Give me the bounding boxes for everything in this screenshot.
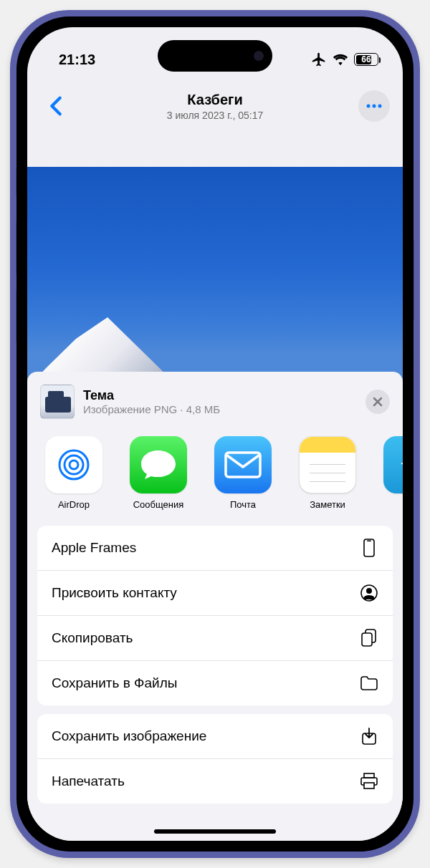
- mail-icon: [224, 451, 262, 478]
- more-button[interactable]: [358, 90, 390, 122]
- dynamic-island: [158, 40, 272, 72]
- svg-point-3: [70, 460, 78, 469]
- home-indicator[interactable]: [154, 829, 276, 834]
- action-copy[interactable]: Скопировать: [37, 616, 393, 661]
- svg-rect-12: [362, 633, 372, 646]
- svg-point-1: [373, 105, 376, 108]
- notes-icon: [300, 437, 355, 453]
- actions-group-1: Apple Frames Присвоить контакту Скопиров…: [37, 526, 393, 705]
- svg-rect-14: [364, 773, 374, 778]
- svg-rect-8: [367, 541, 371, 541]
- contact-icon: [360, 584, 378, 602]
- svg-point-0: [367, 105, 371, 108]
- action-print[interactable]: Напечатать: [37, 759, 393, 804]
- screen: 21:13 66: [27, 27, 403, 841]
- share-thumbnail: [40, 385, 75, 419]
- action-assign-contact[interactable]: Присвоить контакту: [37, 571, 393, 616]
- action-save-image[interactable]: Сохранить изображение: [37, 714, 393, 759]
- phone-icon: [360, 539, 378, 557]
- airplane-mode-icon: [311, 52, 327, 67]
- page-title: Казбеги: [167, 92, 263, 108]
- back-button[interactable]: [40, 90, 72, 122]
- battery-indicator: 66: [354, 53, 378, 66]
- svg-rect-16: [364, 783, 374, 789]
- svg-point-2: [378, 105, 382, 108]
- iphone-frame: 21:13 66: [10, 10, 420, 858]
- share-app-airdrop[interactable]: AirDrop: [42, 436, 106, 510]
- share-apps-row[interactable]: AirDrop Сообщения Почта: [27, 429, 403, 523]
- page-subtitle: 3 июля 2023 г., 05:17: [167, 110, 263, 121]
- share-app-telegram[interactable]: Те: [380, 436, 403, 510]
- telegram-icon: [396, 449, 403, 481]
- download-icon: [360, 727, 378, 746]
- navbar: Казбеги 3 июля 2023 г., 05:17: [27, 77, 403, 135]
- messages-icon: [138, 448, 178, 482]
- actions-group-2: Сохранить изображение Напечатать: [37, 714, 393, 804]
- svg-rect-7: [364, 539, 374, 556]
- share-app-messages[interactable]: Сообщения: [126, 436, 191, 510]
- status-time: 21:13: [59, 52, 95, 68]
- share-app-notes[interactable]: Заметки: [295, 436, 360, 510]
- wifi-icon: [333, 53, 348, 66]
- share-app-mail[interactable]: Почта: [211, 436, 275, 510]
- folder-icon: [360, 674, 378, 693]
- close-button[interactable]: [366, 390, 390, 414]
- print-icon: [360, 772, 378, 791]
- copy-icon: [360, 629, 378, 647]
- share-sheet: Тема Изображение PNG · 4,8 МБ: [27, 372, 403, 841]
- action-apple-frames[interactable]: Apple Frames: [37, 526, 393, 571]
- share-title: Тема: [83, 388, 357, 403]
- svg-point-10: [366, 588, 372, 594]
- share-subtitle: Изображение PNG · 4,8 МБ: [83, 403, 357, 415]
- svg-rect-6: [226, 453, 260, 477]
- svg-point-4: [64, 455, 83, 474]
- action-save-files[interactable]: Сохранить в Файлы: [37, 661, 393, 705]
- airdrop-icon: [54, 445, 93, 484]
